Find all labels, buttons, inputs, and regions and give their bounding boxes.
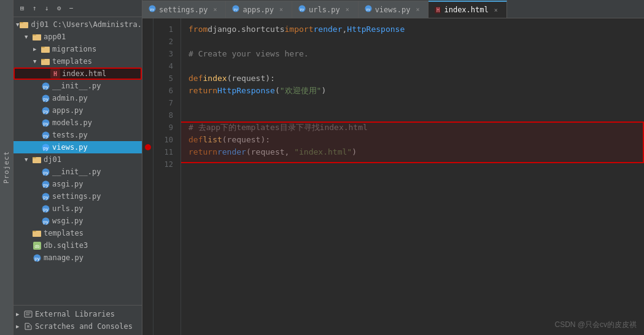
collapse-icon[interactable]: − (66, 4, 76, 13)
gutter-line (142, 153, 153, 166)
code-content[interactable]: from django.shortcuts import render,Http… (181, 18, 644, 335)
tree-item-db-sqlite3[interactable]: dbdb.sqlite3 (14, 239, 142, 252)
tree-item-name: manage.py (44, 253, 83, 262)
tree-file-icon: H (50, 69, 60, 79)
tab-close-button[interactable]: × (277, 6, 285, 14)
tree-item-manage-py[interactable]: pymanage.py (14, 252, 142, 264)
tree-item-settings-py[interactable]: pysettings.py (14, 190, 142, 202)
sidebar-bottom-item-external-libs[interactable]: ▶External Libraries (14, 308, 142, 320)
code-line (188, 36, 637, 48)
svg-rect-33 (33, 231, 36, 232)
tree-item-app01[interactable]: ▼app01 (14, 31, 142, 43)
svg-text:py: py (43, 145, 48, 150)
tree-item-migrations[interactable]: ▶migrations (14, 43, 142, 55)
tab-bar: pysettings.py×pyapps.py×pyurls.py×pyview… (142, 0, 644, 18)
tree-file-icon: py (41, 216, 50, 226)
line-number: 4 (153, 60, 177, 72)
tree-item-name: index.html (62, 69, 106, 78)
gutter-line (142, 141, 153, 153)
sidebar-bottom-icon (23, 322, 33, 331)
tree-item-name: views.py (52, 143, 88, 152)
gutter-line (142, 92, 153, 104)
tree-item-init-py-app01[interactable]: py__init__.py (14, 80, 142, 92)
tree-arrow: ▶ (33, 46, 41, 52)
tree-item-asgi-py[interactable]: pyasgi.py (14, 178, 142, 190)
tab-urls-py-tab[interactable]: pyurls.py× (292, 1, 359, 18)
tab-icon: H (435, 7, 441, 13)
tab-apps-py-tab[interactable]: pyapps.py× (226, 1, 292, 18)
tab-settings-py-tab[interactable]: pysettings.py× (142, 1, 226, 18)
project-tab-label: Project (2, 151, 10, 183)
tree-item-tests-py[interactable]: pytests.py (14, 129, 142, 141)
tab-icon: py (365, 5, 372, 14)
tab-close-button[interactable]: × (343, 6, 352, 14)
tree-arrow: ▼ (33, 58, 41, 64)
tree-item-index.html[interactable]: Hindex.html (14, 67, 142, 80)
tree-item-urls-py[interactable]: pyurls.py (14, 202, 142, 215)
tree-item-name: migrations (52, 45, 96, 53)
tab-icon: py (298, 5, 306, 14)
tab-close-button[interactable]: × (413, 6, 422, 14)
tree-file-icon: py (41, 93, 50, 103)
tree-file-icon (19, 20, 29, 29)
tree-item-models-py[interactable]: pymodels.py (14, 117, 142, 129)
tree-item-name: urls.py (52, 204, 83, 213)
code-line: # Create your views here. (188, 48, 637, 60)
gutter-line (142, 129, 153, 141)
grid-icon[interactable]: ⊞ (17, 4, 27, 13)
tree-item-templates-app01[interactable]: ▼templates (14, 55, 142, 67)
tree-file-icon: db (32, 241, 42, 250)
tree-item-init-py-dj01[interactable]: py__init__.py (14, 166, 142, 178)
gutter-area (142, 18, 153, 335)
svg-text:py: py (43, 133, 48, 138)
tree-item-dj01-inner[interactable]: ▼dj01 (14, 153, 142, 166)
tree-item-name: apps.py (52, 106, 83, 115)
sidebar-bottom-item-scratches[interactable]: ▶Scratches and Consoles (14, 320, 142, 333)
line-number: 5 (153, 72, 177, 85)
tree-arrow: ▼ (25, 156, 32, 163)
sidebar-bottom: ▶External Libraries▶Scratches and Consol… (14, 305, 142, 335)
line-number: 9 (153, 121, 177, 134)
tree-item-name: settings.py (52, 192, 101, 201)
svg-rect-1 (20, 22, 23, 23)
project-tab[interactable]: Project (0, 0, 14, 335)
code-line (188, 109, 637, 121)
tab-index-html-tab[interactable]: Hindex.html× (429, 1, 506, 18)
line-number: 7 (153, 97, 177, 109)
tree-item-name: admin.py (52, 94, 88, 102)
gutter-line (142, 80, 153, 92)
svg-text:py: py (43, 206, 48, 212)
tree-item-wsgi-py[interactable]: pywsgi.py (14, 215, 142, 227)
settings-icon[interactable]: ⚙ (54, 4, 64, 13)
svg-text:py: py (43, 169, 48, 175)
code-line: def list(request): (188, 134, 637, 146)
line-number: 12 (153, 158, 177, 171)
tree-item-apps-py[interactable]: pyapps.py (14, 104, 142, 117)
tab-label: index.html (444, 6, 488, 14)
sidebar-bottom-icon (23, 309, 33, 319)
tab-close-button[interactable]: × (211, 6, 219, 14)
line-numbers: 123456789101112 (153, 18, 181, 335)
tree-item-dj01-root[interactable]: ▼dj01 C:\Users\Administra... (14, 18, 142, 31)
code-line (188, 158, 637, 171)
tree-item-admin-py[interactable]: pyadmin.py (14, 92, 142, 104)
code-line (188, 60, 637, 72)
tree-arrow: ▼ (25, 34, 32, 40)
svg-text:py: py (43, 120, 48, 126)
tree-item-views-py[interactable]: pyviews.py (14, 141, 142, 153)
svg-rect-7 (41, 59, 45, 60)
tree-item-templates-root[interactable]: templates (14, 227, 142, 239)
code-line (188, 97, 637, 109)
gutter-line (142, 55, 153, 67)
down-icon[interactable]: ↓ (42, 4, 52, 13)
tab-label: settings.py (159, 6, 208, 14)
up-icon[interactable]: ↑ (29, 4, 39, 13)
watermark: CSDN @只会cv的皮皮祺 (554, 320, 637, 330)
tree-file-icon (32, 32, 42, 42)
tree-file-icon: py (41, 142, 50, 152)
tree-file-icon: py (41, 191, 50, 201)
gutter-line (142, 31, 153, 43)
tab-close-button[interactable]: × (492, 6, 500, 14)
tab-views-py-tab[interactable]: pyviews.py× (359, 1, 429, 18)
code-line: def index(request): (188, 72, 637, 85)
